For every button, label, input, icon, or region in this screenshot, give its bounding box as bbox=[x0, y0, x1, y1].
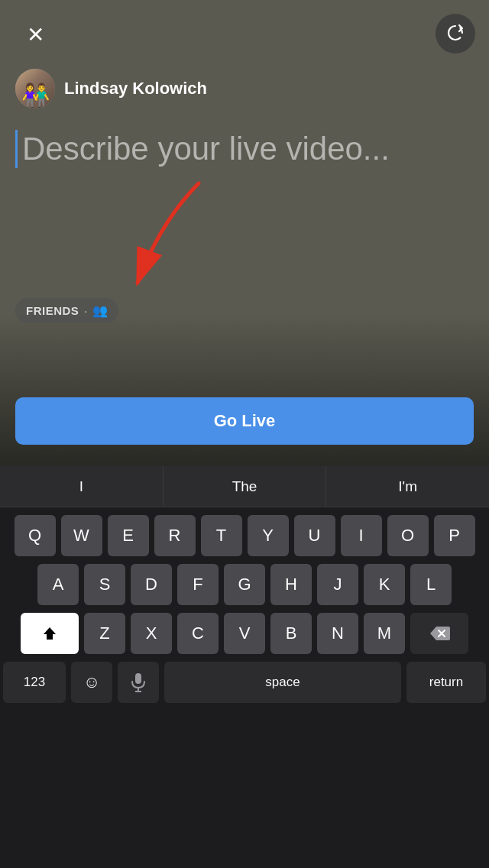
live-preview: ✕ Lindsay Kolowich Describe your live vi… bbox=[0, 0, 489, 466]
user-name: Lindsay Kolowich bbox=[64, 79, 207, 99]
return-key[interactable]: return bbox=[406, 662, 486, 703]
key-o[interactable]: O bbox=[387, 515, 429, 556]
audience-icon: 👥 bbox=[92, 303, 108, 318]
key-s[interactable]: S bbox=[84, 564, 125, 605]
key-i[interactable]: I bbox=[341, 515, 382, 556]
keyboard: I The I'm Q W E R T Y U I O P A S D F G … bbox=[0, 466, 489, 868]
key-row-1: Q W E R T Y U I O P bbox=[3, 515, 486, 556]
key-a[interactable]: A bbox=[37, 564, 79, 605]
key-x[interactable]: X bbox=[131, 613, 172, 654]
key-z[interactable]: Z bbox=[84, 613, 125, 654]
svg-rect-1 bbox=[135, 673, 141, 684]
description-input[interactable]: Describe your live video... bbox=[15, 130, 474, 168]
backspace-icon bbox=[429, 625, 450, 642]
key-v[interactable]: V bbox=[224, 613, 265, 654]
annotation-arrow bbox=[99, 176, 222, 301]
description-placeholder: Describe your live video... bbox=[15, 130, 474, 168]
shift-icon bbox=[40, 624, 59, 643]
key-f[interactable]: F bbox=[177, 564, 219, 605]
numbers-key[interactable]: 123 bbox=[3, 662, 66, 703]
key-m[interactable]: M bbox=[364, 613, 405, 654]
key-y[interactable]: Y bbox=[248, 515, 289, 556]
shift-key[interactable] bbox=[21, 613, 79, 654]
key-d[interactable]: D bbox=[131, 564, 172, 605]
key-row-bottom: 123 ☺ space return bbox=[3, 662, 486, 703]
key-row-2: A S D F G H J K L bbox=[3, 564, 486, 605]
backspace-key[interactable] bbox=[410, 613, 468, 654]
close-button[interactable]: ✕ bbox=[18, 18, 52, 52]
user-row: Lindsay Kolowich bbox=[15, 69, 207, 108]
flip-icon bbox=[445, 23, 466, 44]
audience-selector[interactable]: FRIENDS · 👥 bbox=[15, 298, 118, 323]
key-w[interactable]: W bbox=[61, 515, 102, 556]
key-b[interactable]: B bbox=[270, 613, 312, 654]
key-c[interactable]: C bbox=[177, 613, 219, 654]
avatar bbox=[15, 69, 55, 108]
key-h[interactable]: H bbox=[270, 564, 312, 605]
predictive-word-1[interactable]: I bbox=[0, 466, 164, 507]
audience-label: FRIENDS bbox=[26, 304, 79, 317]
key-row-3: Z X C V B N M bbox=[3, 613, 486, 654]
key-j[interactable]: J bbox=[317, 564, 358, 605]
key-n[interactable]: N bbox=[317, 613, 358, 654]
keys-area: Q W E R T Y U I O P A S D F G H J K L bbox=[0, 507, 489, 853]
predictive-word-2[interactable]: The bbox=[164, 466, 327, 507]
key-p[interactable]: P bbox=[434, 515, 475, 556]
key-e[interactable]: E bbox=[108, 515, 149, 556]
microphone-key[interactable] bbox=[118, 662, 159, 703]
key-q[interactable]: Q bbox=[15, 515, 56, 556]
bottom-safe-area bbox=[0, 853, 489, 868]
key-r[interactable]: R bbox=[154, 515, 196, 556]
audience-dot: · bbox=[84, 305, 87, 317]
emoji-key[interactable]: ☺ bbox=[71, 662, 112, 703]
key-t[interactable]: T bbox=[201, 515, 242, 556]
key-k[interactable]: K bbox=[364, 564, 405, 605]
predictive-bar: I The I'm bbox=[0, 466, 489, 507]
close-icon: ✕ bbox=[27, 24, 44, 46]
flip-camera-button[interactable] bbox=[436, 14, 475, 53]
predictive-word-3[interactable]: I'm bbox=[326, 466, 489, 507]
key-g[interactable]: G bbox=[224, 564, 265, 605]
space-key[interactable]: space bbox=[164, 662, 401, 703]
go-live-label: Go Live bbox=[214, 411, 276, 431]
key-u[interactable]: U bbox=[294, 515, 335, 556]
mic-icon bbox=[130, 672, 147, 692]
go-live-button[interactable]: Go Live bbox=[15, 397, 474, 445]
key-l[interactable]: L bbox=[410, 564, 452, 605]
